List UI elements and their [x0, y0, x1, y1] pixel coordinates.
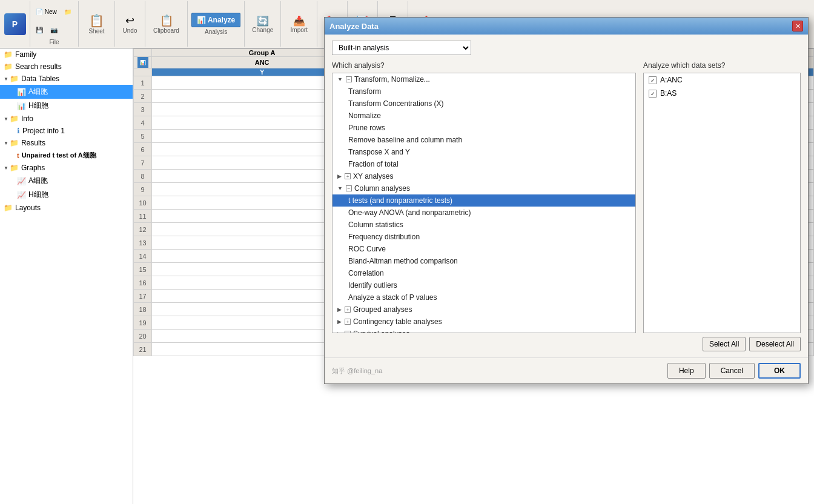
analysis-list-container[interactable]: ▼−Transform, Normalize...TransformTransf…	[332, 73, 636, 333]
row-icon-cell: 📊	[134, 57, 152, 68]
analysis-item-label: Column statistics	[348, 220, 403, 229]
sidebar-item-project-info[interactable]: ℹ Project info 1	[0, 125, 133, 137]
analysis-item-label: Column analyses	[354, 184, 410, 193]
deselect-all-button[interactable]: Deselect All	[749, 337, 801, 351]
sidebar-item-family[interactable]: 📁 Family	[0, 48, 133, 61]
analysis-item-label: Normalize	[348, 111, 381, 120]
dataset-checkbox[interactable]: ✓	[649, 76, 657, 84]
sidebar-item-h-cells[interactable]: 📊 H细胞	[0, 99, 133, 113]
analysis-item-label: One-way ANOVA (and nonparametric)	[348, 208, 471, 217]
analysis-item-transform-normalize[interactable]: ▼−Transform, Normalize...	[333, 73, 635, 85]
sidebar-item-search[interactable]: 📁 Search results	[0, 61, 133, 73]
row-number: 17	[134, 290, 152, 303]
analysis-item-freq-dist[interactable]: Frequency distribution	[333, 231, 635, 243]
analysis-item-transform[interactable]: Transform	[333, 85, 635, 98]
row-number: 12	[134, 223, 152, 236]
analysis-item-label: Transform, Normalize...	[354, 75, 430, 84]
sidebar-item-unpaired-t[interactable]: t Unpaired t test of A细胞	[0, 149, 133, 162]
dataset-checkbox[interactable]: ✓	[649, 90, 657, 98]
import-label: Import	[291, 27, 308, 33]
expand-icon-results: ▼	[4, 141, 8, 146]
analysis-item-identify-outliers[interactable]: Identify outliers	[333, 279, 635, 291]
dialog-footer: 知乎 @feiling_na Help Cancel OK	[325, 357, 808, 383]
expand-box-icon: +	[345, 319, 351, 325]
analysis-item-bland-altman[interactable]: Bland-Altman method comparison	[333, 255, 635, 267]
analysis-item-t-tests[interactable]: t tests (and nonparametric tests)	[333, 194, 635, 207]
file-label: File	[33, 39, 76, 45]
save-button[interactable]: 💾	[33, 25, 46, 35]
analyze-button[interactable]: 📊 Analyze	[191, 13, 240, 27]
y-label-corner	[134, 68, 152, 76]
row-number: 6	[134, 143, 152, 156]
t-test-icon: t	[17, 152, 19, 159]
row-number: 8	[134, 170, 152, 183]
prism-logo[interactable]: P	[4, 13, 26, 35]
graphs-folder-icon: 📁	[10, 164, 19, 172]
analysis-item-label: Analyze a stack of P values	[348, 293, 437, 302]
ok-button[interactable]: OK	[758, 363, 801, 379]
sidebar-item-graph-a[interactable]: 📈 A细胞	[0, 174, 133, 188]
expand-collapse-icon: ▼	[337, 185, 343, 191]
analyze-data-dialog[interactable]: Analyze Data ✕ Built-in analysis Which a…	[324, 17, 809, 384]
analysis-item-transform-conc[interactable]: Transform Concentrations (X)	[333, 98, 635, 110]
expand-box-icon: +	[345, 307, 351, 313]
clipboard-label: Clipboard	[153, 27, 179, 34]
row-number: 21	[134, 343, 152, 356]
row-number: 3	[134, 103, 152, 116]
analysis-item-survival[interactable]: ▶+Survival analyses	[333, 328, 635, 333]
analysis-item-column-analyses[interactable]: ▼−Column analyses	[333, 182, 635, 194]
sidebar: 📁 Family 📁 Search results ▼ 📁 Data Table…	[0, 48, 133, 504]
results-folder-icon: 📁	[10, 139, 19, 147]
table-icon-a: 📊	[17, 88, 26, 96]
table-icon-h: 📊	[17, 102, 26, 110]
expand-icon-graphs: ▼	[4, 165, 8, 171]
analysis-item-analyze-p[interactable]: Analyze a stack of P values	[333, 291, 635, 303]
info-folder-icon: 📁	[10, 114, 19, 123]
row-number: 1	[134, 76, 152, 90]
analysis-list-column: Which analysis? ▼−Transform, Normalize..…	[332, 61, 636, 351]
analysis-item-one-way-anova[interactable]: One-way ANOVA (and nonparametric)	[333, 207, 635, 219]
expand-collapse-icon: ▶	[337, 307, 342, 313]
search-folder-icon: 📁	[4, 62, 13, 71]
analysis-item-normalize[interactable]: Normalize	[333, 110, 635, 122]
dropdown-row: Built-in analysis	[332, 41, 801, 55]
sheet-section: 📋 Sheet	[79, 1, 115, 47]
expand-collapse-icon: ▼	[337, 76, 343, 82]
sidebar-item-results[interactable]: ▼ 📁 Results	[0, 137, 133, 149]
analysis-item-remove-baseline[interactable]: Remove baseline and column math	[333, 134, 635, 146]
layouts-folder-icon: 📁	[4, 204, 13, 212]
sidebar-item-info[interactable]: ▼ 📁 Info	[0, 113, 133, 125]
help-button[interactable]: Help	[667, 363, 706, 379]
analysis-item-label: Remove baseline and column math	[348, 136, 462, 144]
analysis-item-grouped-analyses[interactable]: ▶+Grouped analyses	[333, 303, 635, 316]
new-button[interactable]: 📄 New	[33, 7, 60, 17]
print-button[interactable]: 📷	[47, 25, 61, 35]
dialog-close-button[interactable]: ✕	[792, 21, 803, 31]
sidebar-item-data-tables[interactable]: ▼ 📁 Data Tables	[0, 73, 133, 85]
footer-right: Help Cancel OK	[667, 363, 801, 379]
analysis-type-dropdown[interactable]: Built-in analysis	[332, 41, 471, 55]
analysis-item-xy-analyses[interactable]: ▶+XY analyses	[333, 170, 635, 182]
select-all-button[interactable]: Select All	[703, 337, 746, 351]
analysis-item-roc-curve[interactable]: ROC Curve	[333, 243, 635, 255]
sidebar-item-layouts[interactable]: 📁 Layouts	[0, 202, 133, 214]
analysis-item-fraction[interactable]: Fraction of total	[333, 158, 635, 170]
analysis-section: 📊 Analyze Analysis	[188, 1, 245, 47]
dataset-item-ds-anc[interactable]: ✓A:ANC	[644, 73, 800, 87]
analysis-item-label: Transform	[348, 87, 381, 96]
analysis-item-transpose[interactable]: Transpose X and Y	[333, 146, 635, 158]
sidebar-item-a-cells[interactable]: 📊 A细胞	[0, 85, 133, 99]
analysis-item-label: Grouped analyses	[353, 305, 412, 314]
row-number: 2	[134, 90, 152, 103]
open-button[interactable]: 📁	[61, 7, 74, 17]
analysis-item-contingency[interactable]: ▶+Contingency table analyses	[333, 316, 635, 328]
analysis-item-column-stats[interactable]: Column statistics	[333, 219, 635, 231]
analysis-item-prune-rows[interactable]: Prune rows	[333, 122, 635, 134]
sidebar-item-graph-h[interactable]: 📈 H细胞	[0, 188, 133, 202]
change-label: Change	[252, 27, 273, 33]
analysis-item-label: Identify outliers	[348, 281, 397, 290]
dataset-item-ds-as[interactable]: ✓B:AS	[644, 87, 800, 100]
sidebar-item-graphs[interactable]: ▼ 📁 Graphs	[0, 162, 133, 174]
cancel-button[interactable]: Cancel	[709, 363, 755, 379]
analysis-item-correlation[interactable]: Correlation	[333, 267, 635, 279]
